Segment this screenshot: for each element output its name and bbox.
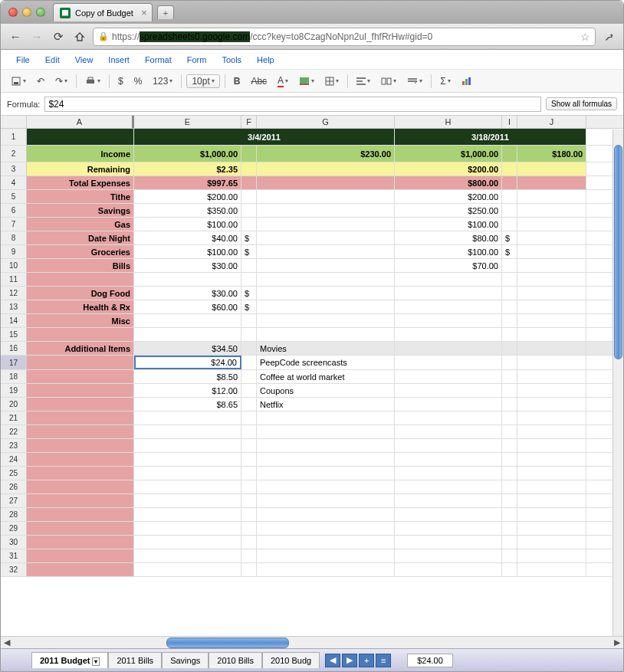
cell[interactable] [241, 218, 257, 231]
cell[interactable] [27, 370, 134, 383]
bold-button[interactable]: B [230, 74, 245, 88]
cell[interactable]: $ [502, 231, 517, 244]
cell[interactable]: $ [241, 245, 257, 258]
cell[interactable] [257, 162, 395, 175]
cell[interactable] [257, 204, 395, 217]
cell[interactable] [257, 508, 395, 521]
col-header-h[interactable]: H [395, 116, 502, 128]
cell[interactable] [502, 328, 517, 341]
cell[interactable] [241, 425, 257, 438]
cell[interactable]: Coupons [257, 384, 395, 397]
menu-format[interactable]: Format [137, 52, 179, 67]
cell[interactable] [502, 204, 517, 217]
format-currency-button[interactable]: $ [114, 74, 127, 88]
cell[interactable] [257, 425, 395, 438]
cell[interactable]: $230.00 [257, 146, 395, 162]
cell[interactable] [395, 494, 502, 507]
cell[interactable] [27, 439, 134, 452]
menu-tools[interactable]: Tools [214, 52, 249, 67]
row-header[interactable]: 15 [1, 328, 27, 341]
cell[interactable] [241, 328, 257, 341]
cell[interactable] [395, 439, 502, 452]
row-header[interactable]: 17 [1, 356, 27, 369]
cell[interactable] [517, 536, 586, 549]
cell[interactable] [257, 314, 395, 327]
cell[interactable]: Netflix [257, 398, 395, 411]
cell[interactable] [241, 204, 257, 217]
cell[interactable]: $ [241, 287, 257, 300]
cell[interactable] [257, 176, 395, 189]
cell[interactable]: $350.00 [134, 204, 241, 217]
vertical-scrollbar[interactable] [613, 129, 623, 636]
cell[interactable] [257, 231, 395, 244]
menu-view[interactable]: View [67, 52, 101, 67]
text-color-button[interactable]: A [274, 74, 292, 89]
cell[interactable]: $ [241, 231, 257, 244]
horizontal-scrollbar[interactable]: ◀ ▶ [1, 636, 623, 648]
cell[interactable] [395, 384, 502, 397]
cell-label[interactable]: Health & Rx [27, 300, 134, 313]
forward-button[interactable]: → [28, 29, 45, 44]
cell[interactable]: $800.00 [395, 176, 502, 189]
cell[interactable]: $30.00 [134, 259, 241, 272]
zoom-window-button[interactable] [36, 8, 45, 17]
cell[interactable] [134, 425, 241, 438]
cell-label[interactable]: Savings [27, 204, 134, 217]
row-header[interactable]: 13 [1, 300, 27, 313]
cell[interactable]: $40.00 [134, 231, 241, 244]
row-header[interactable]: 23 [1, 439, 27, 452]
menu-insert[interactable]: Insert [100, 52, 137, 67]
cell[interactable] [241, 467, 257, 480]
cell[interactable] [395, 370, 502, 383]
cell[interactable]: $2.35 [134, 162, 241, 175]
cell[interactable] [241, 370, 257, 383]
cell[interactable] [241, 356, 257, 369]
cell[interactable] [134, 480, 241, 493]
borders-button[interactable] [321, 75, 343, 87]
cell-label[interactable]: Remaining [27, 162, 134, 175]
sheet-menu-icon[interactable]: ▾ [92, 657, 100, 666]
cell[interactable] [241, 522, 257, 535]
cell[interactable] [257, 273, 395, 286]
cell[interactable] [517, 231, 586, 244]
menu-file[interactable]: File [8, 52, 38, 67]
cell[interactable] [241, 273, 257, 286]
redo-button[interactable]: ↷ [51, 74, 71, 88]
cell[interactable] [257, 522, 395, 535]
cell[interactable]: $200.00 [134, 190, 241, 203]
cell-date1[interactable]: 3/4/2011 [134, 129, 395, 145]
cell[interactable] [502, 273, 517, 286]
cell[interactable]: $ [241, 300, 257, 313]
scroll-right-icon[interactable]: ▶ [611, 638, 623, 648]
menu-form[interactable]: Form [179, 52, 215, 67]
cell[interactable] [134, 549, 241, 562]
menu-edit[interactable]: Edit [38, 52, 67, 67]
row-header[interactable]: 28 [1, 508, 27, 521]
cell[interactable] [241, 314, 257, 327]
cell[interactable] [27, 494, 134, 507]
cell[interactable] [395, 342, 502, 355]
sheet-tab[interactable]: Savings [162, 652, 209, 668]
cell[interactable] [502, 508, 517, 521]
cell[interactable] [502, 494, 517, 507]
cell[interactable] [27, 398, 134, 411]
browser-tab[interactable]: Copy of Budget × [53, 3, 153, 21]
reload-button[interactable]: ⟳ [50, 29, 67, 44]
row-header[interactable]: 10 [1, 259, 27, 272]
cell[interactable] [502, 453, 517, 466]
cell[interactable] [27, 453, 134, 466]
cell[interactable] [502, 162, 517, 175]
cell[interactable] [134, 328, 241, 341]
cell[interactable] [502, 314, 517, 327]
cell[interactable] [517, 176, 586, 189]
cell[interactable]: $200.00 [395, 162, 502, 175]
format-percent-button[interactable]: % [130, 74, 146, 88]
cell[interactable]: $30.00 [134, 287, 241, 300]
cell[interactable] [395, 287, 502, 300]
row-header[interactable]: 29 [1, 522, 27, 535]
cell[interactable] [395, 273, 502, 286]
nav-next-button[interactable]: ▶ [342, 654, 357, 667]
cell[interactable] [502, 146, 517, 162]
cell[interactable]: $80.00 [395, 231, 502, 244]
cell[interactable] [517, 259, 586, 272]
